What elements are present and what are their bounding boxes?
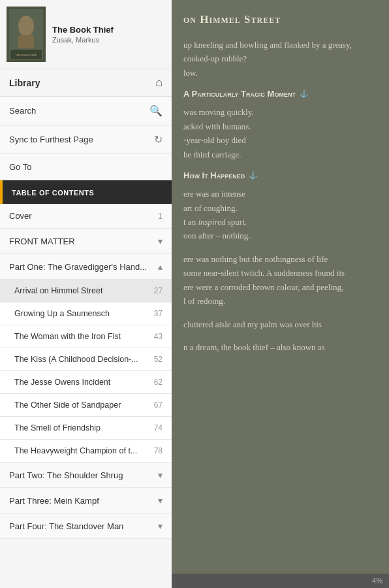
svg-point-2 [18, 16, 34, 37]
toc-subitem-num: 37 [154, 309, 163, 318]
book-title: The Book Thief [52, 25, 114, 35]
chevron-down-icon: ▾ [158, 495, 163, 506]
search-row[interactable]: Search 🔍 [0, 97, 172, 125]
toc-item[interactable]: FRONT MATTER ▾ [0, 229, 172, 254]
toc-subitem-label: The Jesse Owens Incident [14, 378, 110, 387]
toc-item[interactable]: Cover 1 [0, 204, 172, 229]
chapter-heading: on Himmel Street [183, 13, 377, 26]
para-4: ere was nothing but the nothingness of l… [183, 252, 377, 308]
toc-section-label: FRONT MATTER [9, 237, 75, 246]
toc-subitem-num: 74 [154, 423, 163, 433]
toc-part-label: Part One: The Gravedigger's Hand... [9, 262, 147, 272]
toc-item[interactable]: The Other Side of Sandpaper 67 [0, 394, 172, 417]
para-2: was moving quickly.acked with humans.-ye… [183, 105, 377, 161]
toc-section-label: Cover [9, 211, 32, 221]
chevron-down-icon: ▾ [158, 521, 163, 531]
toc-subitem-num: 52 [154, 355, 163, 364]
chevron-down-icon: ▾ [158, 470, 163, 480]
toc-item[interactable]: Part Four: The Standover Man ▾ [0, 514, 172, 539]
toc-subitem-num: 62 [154, 378, 163, 387]
toc-subitem-label: Growing Up a Saumensch [14, 309, 110, 318]
left-panel: THE BOOK THIEF The Book Thief Zusak, Mar… [0, 0, 172, 588]
toc-subitem-label: Arrival on Himmel Street [14, 286, 102, 295]
sync-icon: ↻ [154, 133, 163, 146]
search-icon: 🔍 [149, 105, 163, 117]
library-row[interactable]: Library ⌂ [0, 69, 172, 97]
toc-part-label: Part Two: The Shoulder Shrug [9, 470, 123, 480]
goto-label: Go To [9, 162, 31, 172]
toc-subitem-num: 27 [154, 286, 163, 295]
svg-rect-3 [18, 35, 34, 48]
goto-row[interactable]: Go To [0, 154, 172, 180]
chevron-down-icon: ▾ [158, 236, 163, 246]
toc-subitem-num: 43 [154, 332, 163, 341]
toc-header: TABLE OF CONTENTS [0, 180, 172, 204]
toc-subitem-num: 78 [154, 446, 163, 455]
progress-bar: 4% [172, 574, 389, 588]
toc-label: TABLE OF CONTENTS [12, 189, 94, 197]
toc-subitem-label: The Heavyweight Champion of t... [14, 446, 137, 455]
toc-item[interactable]: Part Three: Mein Kampf ▾ [0, 488, 172, 514]
toc-item[interactable]: The Jesse Owens Incident 62 [0, 371, 172, 394]
toc-item[interactable]: Part One: The Gravedigger's Hand... ▴ [0, 254, 172, 280]
book-cover-thumbnail: THE BOOK THIEF [7, 7, 46, 62]
search-label: Search [9, 106, 36, 116]
progress-text: 4% [372, 577, 382, 585]
anchor-icon-2: ⚓ [249, 171, 258, 180]
para-1: up kneeling and howling and flanked by a… [183, 38, 377, 80]
toc-list: Cover 1 FRONT MATTER ▾ Part One: The Gra… [0, 204, 172, 539]
para-3: ere was an intenseart of coughing.t an i… [183, 187, 377, 243]
toc-part-label: Part Four: The Standover Man [9, 521, 123, 531]
library-label: Library [9, 78, 40, 88]
para-6: n a dream, the book thief – also known a… [183, 340, 377, 354]
toc-item[interactable]: Part Two: The Shoulder Shrug ▾ [0, 463, 172, 488]
anchor-icon: ⚓ [300, 90, 309, 98]
toc-item[interactable]: Arrival on Himmel Street 27 [0, 280, 172, 302]
toc-item[interactable]: The Kiss (A Childhood Decision-... 52 [0, 348, 172, 371]
toc-subitem-label: The Woman with the Iron Fist [14, 332, 121, 341]
toc-item[interactable]: The Smell of Friendship 74 [0, 417, 172, 440]
book-info: The Book Thief Zusak, Markus [52, 25, 114, 44]
section-title-1: A Particularly Tragic Moment ⚓ [183, 89, 377, 99]
chevron-up-icon: ▴ [158, 261, 163, 272]
toc-section-count: 1 [158, 212, 163, 221]
toc-subitem-label: The Other Side of Sandpaper [14, 400, 121, 410]
toc-item[interactable]: The Woman with the Iron Fist 43 [0, 325, 172, 348]
sync-row[interactable]: Sync to Furthest Page ↻ [0, 125, 172, 154]
toc-part-label: Part Three: Mein Kampf [9, 496, 99, 506]
svg-text:THE BOOK THIEF: THE BOOK THIEF [16, 54, 37, 57]
section-title-2: How It Happened ⚓ [183, 171, 377, 180]
toc-item[interactable]: Growing Up a Saumensch 37 [0, 302, 172, 325]
para-5: cluttered aisle and my palm was over his [183, 318, 377, 331]
right-panel: on Himmel Street up kneeling and howling… [172, 0, 389, 588]
toc-item[interactable]: The Heavyweight Champion of t... 78 [0, 440, 172, 463]
sync-label: Sync to Furthest Page [9, 135, 93, 144]
book-header: THE BOOK THIEF The Book Thief Zusak, Mar… [0, 0, 172, 69]
toc-subitem-label: The Kiss (A Childhood Decision-... [14, 355, 138, 364]
home-icon[interactable]: ⌂ [155, 76, 163, 90]
reading-content: on Himmel Street up kneeling and howling… [172, 0, 389, 574]
toc-subitem-num: 67 [154, 400, 163, 410]
book-author: Zusak, Markus [52, 36, 114, 44]
toc-subitem-label: The Smell of Friendship [14, 423, 101, 433]
